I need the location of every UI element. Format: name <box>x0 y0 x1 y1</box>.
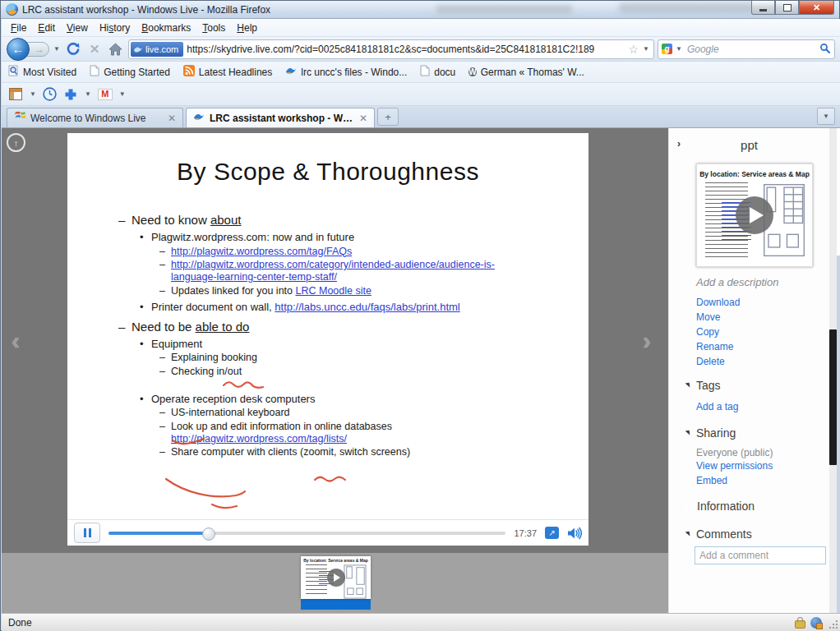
rename-link[interactable]: Rename <box>696 342 740 352</box>
play-icon[interactable] <box>327 569 345 587</box>
seek-knob[interactable] <box>202 527 215 541</box>
bookmark-label: Latest Headlines <box>199 67 272 78</box>
resize-grip[interactable] <box>829 620 838 629</box>
tab-close-icon[interactable]: ✕ <box>359 113 367 124</box>
reload-button[interactable] <box>64 40 82 58</box>
search-box[interactable]: ▼ <box>658 39 835 59</box>
tab-inactive[interactable]: Welcome to Windows Live✕ <box>7 108 183 127</box>
bookmark-item[interactable]: Getting Started <box>90 65 170 79</box>
menu-bookmarks[interactable]: Bookmarks <box>136 20 196 36</box>
slide-hyperlink[interactable]: http://plagwitz.wordpress.com/tag/FAQs <box>171 246 352 257</box>
scroll-top-icon[interactable]: ↑ <box>7 133 25 152</box>
bookmark-item[interactable]: docu <box>420 65 455 79</box>
home-button[interactable] <box>107 40 125 58</box>
back-button[interactable]: ← <box>7 38 30 61</box>
list-all-tabs-icon[interactable]: ▼ <box>817 108 835 125</box>
tags-section-header[interactable]: Tags <box>685 379 721 392</box>
next-slide-icon[interactable]: › <box>643 327 651 355</box>
menu-history[interactable]: History <box>94 20 136 36</box>
popout-icon[interactable]: ↗ <box>545 527 559 539</box>
embed-link[interactable]: Embed <box>696 476 727 486</box>
file-actions: DownloadMoveCopyRenameDelete <box>696 297 740 371</box>
dropdown-icon[interactable]: ▼ <box>85 90 91 98</box>
url-dropdown-icon[interactable]: ▼ <box>643 45 649 53</box>
url-bar[interactable]: live.com https://skydrive.live.com/?cid=… <box>128 39 654 59</box>
browser-window: LRC assistant workshop - Windows Live - … <box>0 0 840 631</box>
menu-view[interactable]: View <box>61 20 94 36</box>
slide-text: Checking in/out <box>171 366 242 378</box>
blue-plus-icon[interactable] <box>63 87 78 102</box>
rss-icon <box>183 65 195 79</box>
stop-button[interactable]: ✕ <box>85 40 104 58</box>
tab-close-icon[interactable]: ✕ <box>168 113 176 124</box>
file-preview[interactable]: By location: Service areas & Map <box>696 164 811 267</box>
close-button[interactable]: ✕ <box>799 1 834 15</box>
info-sidebar: › ppt By location: Service areas & Map <box>668 128 829 613</box>
menu-help[interactable]: Help <box>231 20 263 36</box>
dropdown-icon[interactable]: ▼ <box>119 90 126 98</box>
tab-active[interactable]: LRC assistant workshop - Window...✕ <box>186 108 375 127</box>
bullet-marker: • <box>140 337 151 351</box>
search-magnifier-icon[interactable] <box>819 42 830 57</box>
slide-line: –Explaining booking <box>159 352 588 364</box>
scrollbar-thumb[interactable] <box>829 329 837 465</box>
gmail-icon[interactable]: M <box>98 87 113 102</box>
pause-button[interactable] <box>74 523 100 543</box>
navigation-toolbar: ← → ▼ ✕ live.com https://skydrive.live.c… <box>2 37 840 62</box>
slide-text-segment: Need to know <box>132 213 210 227</box>
copy-link[interactable]: Copy <box>696 327 740 337</box>
bookmark-item[interactable]: WGerman « Thomas' W... <box>468 66 584 78</box>
dropdown-icon[interactable]: ▼ <box>30 90 36 98</box>
slide-hyperlink[interactable]: http://plagwitz.wordpress.com/category/i… <box>171 259 495 283</box>
slide-line: –http://plagwitz.wordpress.com/tag/FAQs <box>159 246 588 258</box>
bookmark-item[interactable]: Most Visited <box>8 65 76 79</box>
security-lock-icon[interactable] <box>795 620 805 629</box>
new-tab-button[interactable]: + <box>377 108 399 126</box>
slide-hyperlink[interactable]: http://labs.uncc.edu/faqs/labs/print.htm… <box>275 301 459 313</box>
volume-icon[interactable] <box>567 527 582 540</box>
bookmark-star-icon[interactable]: ☆ <box>629 44 639 55</box>
download-link[interactable]: Download <box>696 297 740 307</box>
slide-hyperlink[interactable]: LRC Moodle site <box>295 285 371 297</box>
comments-section-header[interactable]: Comments <box>685 527 752 541</box>
menu-tools[interactable]: Tools <box>196 20 231 36</box>
plugin-globe-icon[interactable] <box>810 617 822 629</box>
collapse-panel-icon[interactable]: › <box>677 138 681 150</box>
slide-hyperlink[interactable]: http://plagwitz.wordpress.com/tag/lists/ <box>171 433 347 444</box>
vertical-scrollbar[interactable] <box>829 128 837 613</box>
play-icon[interactable] <box>736 196 773 234</box>
view-permissions-link[interactable]: View permissions <box>696 461 773 471</box>
bookmark-item[interactable]: lrc uncc's files - Windo... <box>285 65 407 79</box>
search-engine-dropdown-icon[interactable]: ▼ <box>676 45 682 53</box>
bookmark-label: German « Thomas' W... <box>481 67 584 78</box>
bullet-marker: • <box>140 300 151 314</box>
minimize-button[interactable] <box>751 1 775 15</box>
add-tag-link[interactable]: Add a tag <box>696 402 738 412</box>
delete-link[interactable]: Delete <box>696 357 740 366</box>
slide-body: –Need to know about•Plagwitz.wordpress.c… <box>67 212 588 458</box>
comment-input[interactable] <box>695 546 826 564</box>
windows-live-icon <box>285 65 297 79</box>
search-input[interactable] <box>685 43 817 56</box>
information-section-header[interactable]: Information <box>685 500 755 513</box>
sidebar-panel-icon[interactable] <box>8 87 23 102</box>
menu-file[interactable]: File <box>5 20 32 36</box>
tags-label: Tags <box>696 379 721 392</box>
slide-thumbnail[interactable]: By location: Service areas & Map <box>301 556 371 610</box>
move-link[interactable]: Move <box>696 312 740 322</box>
time-display: 17:37 <box>514 528 537 538</box>
history-dropdown-icon[interactable]: ▼ <box>53 45 60 53</box>
sharing-label: Sharing <box>696 426 736 440</box>
slide-line: •Printer document on wall, http://labs.u… <box>140 300 588 314</box>
add-description-link[interactable]: Add a description <box>696 276 778 288</box>
clock-icon[interactable] <box>43 87 58 102</box>
url-text[interactable]: https://skydrive.live.com/?cid=0025c8418… <box>187 44 625 55</box>
site-identity-badge[interactable]: live.com <box>131 42 183 57</box>
maximize-button[interactable] <box>775 1 799 15</box>
previous-slide-icon[interactable]: ‹ <box>12 327 20 355</box>
menu-edit[interactable]: Edit <box>32 20 61 36</box>
bookmark-item[interactable]: Latest Headlines <box>183 65 272 79</box>
slide-line: –Share computer with clients (zoomit, sw… <box>159 446 588 458</box>
seek-bar[interactable] <box>108 532 505 535</box>
sharing-section-header[interactable]: Sharing <box>685 426 736 440</box>
